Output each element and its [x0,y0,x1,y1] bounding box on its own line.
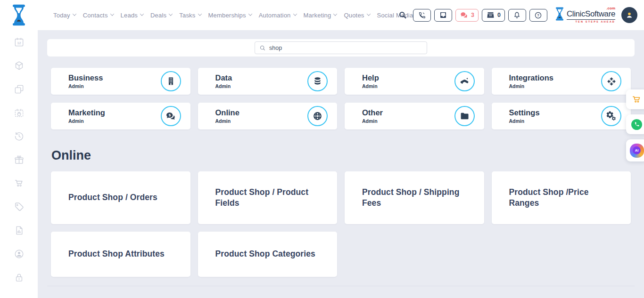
help-button[interactable]: ? [529,9,547,22]
search-button[interactable] [396,9,409,21]
nav-item-tasks[interactable]: Tasks [179,12,201,19]
cart-widget-button[interactable] [626,89,644,109]
chevron-down-icon [366,12,370,16]
svg-text:?: ? [537,13,540,17]
calendar-12-icon[interactable]: 12 [14,37,25,48]
chat-button[interactable]: 3 [455,9,479,22]
result-title: Product Shop Categories [215,249,315,259]
category-card-settings[interactable]: Settings Admin [492,103,631,129]
floating-widgets: AI [626,89,644,161]
category-grid: Business Admin Data Admin Help Admin [51,68,631,129]
result-title: Product Shop / Product Fields [215,187,325,209]
app-logo[interactable] [10,4,28,26]
user-icon [625,10,634,20]
nav-item-quotes[interactable]: Quotes [344,12,370,19]
account-icon[interactable] [14,249,25,259]
nav-item-deals[interactable]: Deals [150,12,172,19]
category-subtitle: Admin [215,118,308,124]
category-title: Online [215,108,308,117]
money-chat-icon: $ [161,106,181,126]
move-arrows-icon [601,71,621,91]
whatsapp-widget-button[interactable] [626,114,644,134]
nav-item-today[interactable]: Today [53,12,76,19]
nav-item-contacts[interactable]: Contacts [83,12,114,19]
category-card-integrations[interactable]: Integrations Admin [492,68,631,95]
category-title: Marketing [68,108,161,117]
register-button[interactable]: 0 [482,9,505,22]
lock-icon[interactable] [14,272,25,283]
gift-icon[interactable] [14,154,25,165]
inbox-icon [439,11,447,19]
handshake-icon [454,71,475,91]
report-icon[interactable] [14,225,25,236]
result-title: Product Shop / Shipping Fees [362,187,472,209]
nav-item-memberships[interactable]: Memberships [208,12,252,19]
search-field[interactable] [255,41,427,54]
search-icon [398,10,407,20]
nav-label: Automation [259,12,291,19]
whatsapp-icon [631,119,642,130]
register-icon [486,11,495,20]
result-title: Product Shop / Orders [68,192,157,203]
chat-icon [460,11,469,20]
category-title: Other [362,108,454,117]
phone-button[interactable] [413,9,431,22]
category-card-marketing[interactable]: Marketing Admin $ [51,103,190,129]
question-icon: ? [534,11,542,19]
nav-label: Contacts [83,12,108,19]
result-card-shipping-fees[interactable]: Product Shop / Shipping Fees [345,171,484,224]
brand-name: ClinicSoftware [567,9,615,18]
chevron-down-icon [198,12,201,16]
nav-item-leads[interactable]: Leads [121,12,143,19]
nav-item-marketing[interactable]: Marketing [304,12,337,19]
inbox-button[interactable] [434,9,452,22]
chevron-down-icon [169,12,173,16]
category-subtitle: Admin [509,83,602,89]
result-card-product-fields[interactable]: Product Shop / Product Fields [198,171,338,224]
notifications-button[interactable] [508,9,526,22]
category-title: Business [68,73,161,82]
package-cube-icon[interactable] [14,60,25,71]
category-subtitle: Admin [68,83,161,89]
folder-icon [454,106,475,126]
category-subtitle: Admin [362,83,454,89]
category-card-online[interactable]: Online Admin [198,103,338,129]
category-card-help[interactable]: Help Admin [345,68,484,95]
svg-text:12: 12 [17,41,21,45]
result-card-price-ranges[interactable]: Product Shop /Price Ranges [492,171,631,224]
category-subtitle: Admin [509,118,602,124]
nav-label: Leads [121,12,138,19]
avatar[interactable] [621,7,637,23]
nav-label: Quotes [344,12,364,19]
cart-icon [631,94,642,105]
ai-label: AI [633,146,641,154]
search-input[interactable] [269,45,422,51]
svg-text:$: $ [169,113,171,117]
calendar-order-icon[interactable] [14,107,25,118]
globe-icon [307,106,328,126]
ai-widget-button[interactable]: AI [626,139,644,161]
category-card-data[interactable]: Data Admin [198,68,338,95]
result-card-categories[interactable]: Product Shop Categories [198,232,338,277]
search-bar [47,39,635,56]
phone-icon [418,11,426,19]
price-tag-icon[interactable] [14,201,25,212]
category-card-other[interactable]: Other Admin [345,103,484,129]
result-card-orders[interactable]: Product Shop / Orders [51,171,190,224]
nav-item-automation[interactable]: Automation [259,12,297,19]
clinicsoftware-logo[interactable]: ClinicSoftware .com TEN STEPS AHEAD [554,7,615,23]
category-card-business[interactable]: Business Admin [51,68,190,95]
section-title: Online [51,148,635,163]
header-actions: 3 0 ? ClinicSoftware .com TEN STEPS AHEA… [396,0,637,30]
category-subtitle: Admin [215,83,308,89]
chevron-down-icon [110,12,114,16]
nav-label: Tasks [179,12,195,19]
shopping-cart-icon[interactable] [14,178,25,189]
result-card-attributes[interactable]: Product Shop Attributes [51,232,190,277]
register-count-badge: 0 [497,12,501,18]
copy-pages-icon[interactable] [14,84,25,95]
nav-label: Deals [150,12,166,19]
history-icon[interactable] [14,131,25,142]
search-icon [259,45,266,51]
nav-label: Marketing [304,12,331,19]
